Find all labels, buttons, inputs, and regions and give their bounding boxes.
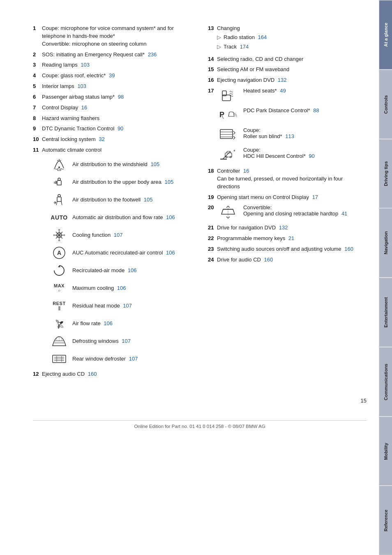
list-item: 3 Reading lamps 103 [33,61,191,69]
left-column: 1 Coupe: microphone for voice command sy… [33,25,204,381]
recirculated-icon [50,263,68,278]
upper-body-icon [50,175,68,190]
sidebar-tab-controls[interactable]: Controls [379,69,392,139]
climate-icon-item: Recirculated-air mode 106 [50,263,191,278]
auto-icon: AUTO [50,210,68,225]
sidebar-tab-entertainment[interactable]: Entertainment [379,278,392,347]
sub-item: ▷ Radio station 164 [217,34,367,42]
right-column: 13 Changing ▷ Radio station 164 ▷ Track … [204,25,367,381]
sidebar-tab-driving-tips[interactable]: Driving tips [379,139,392,208]
climate-icon-item: Air distribution to the windshield 105 [50,157,191,172]
airflow-icon [50,316,68,331]
left-item-list: 1 Coupe: microphone for voice command sy… [33,25,191,154]
list-item: 16 Ejecting navigation DVD 132 [208,76,367,84]
climate-icon-item: MAX ○ Maximum cooling 106 [50,281,191,296]
rear-defrost-icon [50,352,68,366]
list-item: 9 DTC Dynamic Traction Control 90 [33,125,191,133]
svg-rect-26 [220,130,233,139]
list-item: 18 Controller 16Can be turned, pressed, … [208,167,367,191]
list-item: 11 Automatic climate control [33,146,191,154]
list-item-control-display: 7 Control Display 16 [33,104,191,112]
item-12: 12 Ejecting audio CD 160 [33,370,191,378]
climate-icon-item: Air distribution to the upper body area … [50,175,191,190]
footer-area: 15 Online Edition for Part no. 01 41 0 0… [33,381,367,429]
climate-icons: Air distribution to the windshield 105 [42,157,191,366]
rest-icon: REST ||| [50,298,68,313]
climate-icon-item: AUTO Automatic air distribution and flow… [50,210,191,225]
list-item: 6 Passenger airbag status lamp* 98 [33,93,191,101]
list-item: 4 Coupe: glass roof, electric* 39 [33,72,191,80]
item-hdc: * Coupe:HDC Hill Descent Control* 90 [217,147,367,163]
right-sidebar: At a glance Controls Driving tips Naviga… [379,0,392,555]
defrost-windows-icon [50,334,68,349]
list-item: 22 Programmable memory keys 21 [208,235,367,243]
list-item: 14 Selecting radio, CD and CD changer [208,56,367,63]
list-item: 21 Drive for navigation DVD 132 [208,224,367,232]
convertible-top-icon [217,204,239,221]
svg-line-2 [60,160,61,161]
footwell-icon [50,192,68,207]
right-item-list: 13 Changing ▷ Radio station 164 ▷ Track … [208,25,367,84]
list-item: 15 Selecting AM or FM waveband [208,66,367,74]
windshield-icon [50,157,68,172]
item-17: 17 Heated seats* 49 [208,88,367,104]
item-pdc: P PDC Park Distance Control* 88 [217,107,367,124]
max-icon: MAX ○ [50,281,68,296]
footer: Online Edition for Part no. 01 41 0 014 … [33,420,367,429]
list-item: 1 Coupe: microphone for voice command sy… [33,25,191,48]
cooling-icon [50,228,68,243]
pdc-icon: P [217,107,239,124]
climate-icon-item: Air distribution to the footwell 105 [50,192,191,207]
sidebar-tab-reference[interactable]: Reference [379,486,392,555]
list-item: 10 Central locking system 32 [33,136,191,143]
sidebar-tab-at-a-glance[interactable]: At a glance [379,0,392,69]
item-20: 20 Convertible:Opening and closing retra… [208,204,367,221]
climate-icon-item: Cooling function 107 [50,228,191,243]
main-content: 1 Coupe: microphone for voice command sy… [0,0,379,555]
page-number: 15 [33,398,367,404]
list-item: 19 Opening start menu on Control Display… [208,194,367,201]
list-item: 12 Ejecting audio CD 160 [33,370,191,378]
list-item: 5 Interior lamps 103 [33,83,191,90]
auc-icon: A [50,245,68,260]
list-item-hazard: 8 Hazard warning flashers [33,115,191,123]
svg-text:A: A [57,250,61,256]
list-item: 2 SOS: initiating an Emergency Request c… [33,51,191,59]
list-item: 24 Drive for audio CD 160 [208,256,367,264]
list-item: 13 Changing ▷ Radio station 164 ▷ Track … [208,25,367,53]
sidebar-tab-communications[interactable]: Communications [379,347,392,416]
svg-text:*: * [233,149,235,155]
climate-icon-item: Air flow rate 106 [50,316,191,331]
roller-sun-blind-icon [217,127,239,143]
svg-line-1 [58,160,58,161]
sub-item: ▷ Track 174 [217,43,367,51]
svg-point-13 [58,322,60,325]
svg-text:P: P [219,111,224,119]
climate-icon-item: A AUC Automatic recirculated-air control… [50,245,191,260]
list-item: 23 Switching audio sources on/off and ad… [208,245,367,253]
items-17-group: 17 Heated seats* 49 [208,88,367,163]
climate-icon-item: Defrosting windows 107 [50,334,191,349]
climate-icon-item: Rear window defroster 107 [50,352,191,366]
svg-point-3 [58,166,60,168]
sidebar-tab-mobility[interactable]: Mobility [379,416,392,486]
hdc-icon: * [217,147,239,163]
heated-seats-icon [217,88,239,104]
sidebar-tab-navigation[interactable]: Navigation [379,208,392,278]
climate-icon-item: REST ||| Residual heat mode 107 [50,298,191,313]
item-rollersunblind: Coupe:Roller sun blind* 113 [217,127,367,143]
